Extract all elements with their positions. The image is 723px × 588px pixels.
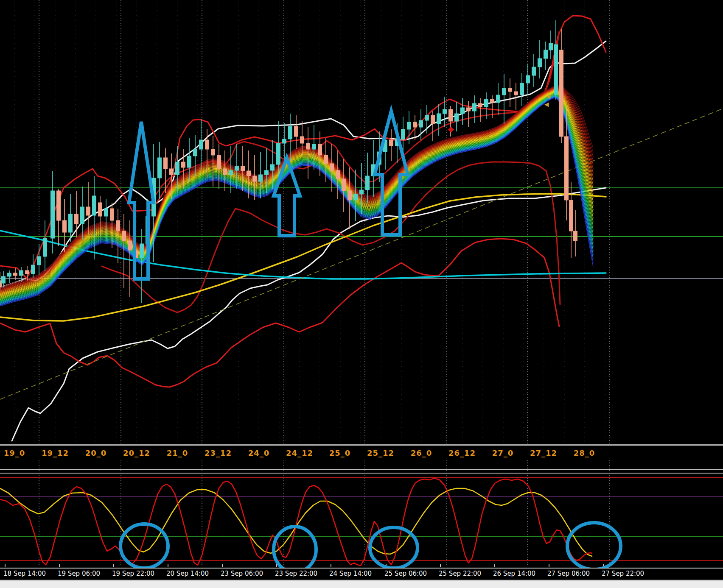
date-label: 25 Sep 22:00	[439, 570, 481, 577]
candle-body	[87, 207, 90, 215]
candle-body	[526, 75, 530, 83]
time-label: 23_12	[205, 449, 232, 457]
candle-body	[223, 169, 227, 175]
stoch-main-red	[0, 478, 592, 566]
candle-body	[229, 170, 233, 175]
candle-body	[158, 158, 162, 178]
candle-body	[538, 59, 542, 67]
candle-body	[324, 155, 328, 164]
candle-body	[14, 273, 17, 276]
candle-body	[330, 164, 334, 170]
candle-body	[467, 108, 471, 111]
time-axis[interactable]: 19_019_1220_020_1221_023_1224_024_1225_0…	[0, 445, 723, 460]
oversold-circle-2[interactable]	[274, 527, 316, 572]
candle-body	[437, 114, 441, 124]
candle-body	[318, 144, 322, 155]
time-label: 19_0	[4, 449, 25, 457]
candle-body	[289, 126, 292, 139]
horizontal-scrollbar[interactable]	[0, 580, 723, 588]
date-label: 19 Sep 06:00	[58, 570, 100, 577]
candle-body	[235, 166, 239, 170]
candle-body	[116, 220, 120, 231]
candle-body	[401, 129, 405, 139]
candle-body	[554, 45, 558, 95]
candle-body	[366, 176, 370, 190]
candle-body	[490, 99, 494, 103]
candle-body	[122, 231, 126, 241]
time-label: 27_0	[492, 449, 514, 457]
oversold-circle-4[interactable]	[567, 523, 621, 569]
time-label: 26_0	[411, 449, 432, 457]
candle-body	[57, 191, 61, 220]
candle-body	[217, 155, 221, 169]
candle-body	[170, 169, 174, 175]
price-chart-canvas[interactable]	[0, 0, 723, 588]
oversold-circle-1[interactable]	[120, 524, 168, 568]
candle-body	[199, 140, 203, 149]
time-label: 24_0	[248, 449, 270, 457]
candle-body	[128, 241, 132, 250]
candle-body	[211, 149, 215, 155]
oversold-circle-3[interactable]	[370, 527, 418, 568]
stochastic-pane	[0, 470, 723, 567]
candle-body	[25, 270, 29, 274]
candle-body	[2, 276, 6, 283]
candle-body	[502, 88, 506, 95]
candle-body	[413, 122, 417, 127]
candle-body	[407, 122, 411, 129]
candle-body	[473, 103, 476, 111]
candle-body	[390, 140, 393, 146]
trading-chart-window: 19_019_1220_020_1221_023_1224_024_1225_0…	[0, 0, 723, 588]
yellow-ma	[0, 194, 606, 321]
candle-body	[69, 214, 73, 232]
date-label: 27 Sep 06:00	[547, 570, 590, 577]
date-label: 19 Sep 22:00	[112, 570, 154, 577]
candle-body	[81, 207, 84, 224]
candle-body	[565, 137, 569, 200]
candle-body	[259, 175, 263, 181]
date-label: 18 Sep 14:00	[3, 570, 46, 577]
date-axis[interactable]: 18 Sep 14:0019 Sep 06:0019 Sep 22:0020 S…	[0, 568, 723, 580]
candle-body	[312, 144, 316, 149]
candle-body	[300, 137, 304, 143]
time-label: 25_0	[329, 449, 351, 457]
candle-body	[241, 166, 245, 171]
candle-body	[63, 220, 67, 232]
candle-body	[188, 156, 191, 167]
candle-body	[449, 109, 453, 121]
candle-body	[514, 92, 518, 95]
candle-body	[205, 140, 209, 149]
sell-diamond-marker	[448, 127, 454, 133]
candle-body	[43, 238, 47, 256]
candle-body	[265, 170, 269, 175]
candle-body	[520, 83, 524, 95]
candle-body	[110, 209, 114, 220]
time-label: 20_0	[85, 449, 107, 457]
candle-body	[455, 114, 459, 121]
date-label: 24 Sep 14:00	[329, 570, 372, 577]
date-label: 20 Sep 14:00	[166, 570, 209, 577]
candle-body	[104, 209, 108, 216]
candle-body	[431, 115, 435, 124]
candle-body	[140, 244, 144, 258]
date-label: 23 Sep 22:00	[275, 570, 317, 577]
candle-body	[277, 143, 280, 164]
candle-body	[425, 115, 429, 120]
date-label: 25 Sep 06:00	[384, 570, 427, 577]
candle-body	[419, 120, 423, 127]
candle-body	[479, 103, 482, 107]
time-label: 24_12	[286, 449, 313, 457]
candle-body	[306, 143, 310, 149]
candle-body	[342, 179, 346, 191]
candle-body	[461, 108, 465, 114]
candle-body	[532, 67, 536, 75]
candle-body	[544, 50, 548, 59]
candle-body	[549, 43, 553, 50]
time-label: 26_12	[448, 449, 476, 457]
candle-body	[37, 256, 41, 265]
candle-body	[443, 109, 447, 114]
candle-body	[75, 214, 78, 224]
candle-body	[193, 149, 197, 156]
candle-body	[294, 126, 298, 137]
candle-body	[283, 139, 286, 143]
